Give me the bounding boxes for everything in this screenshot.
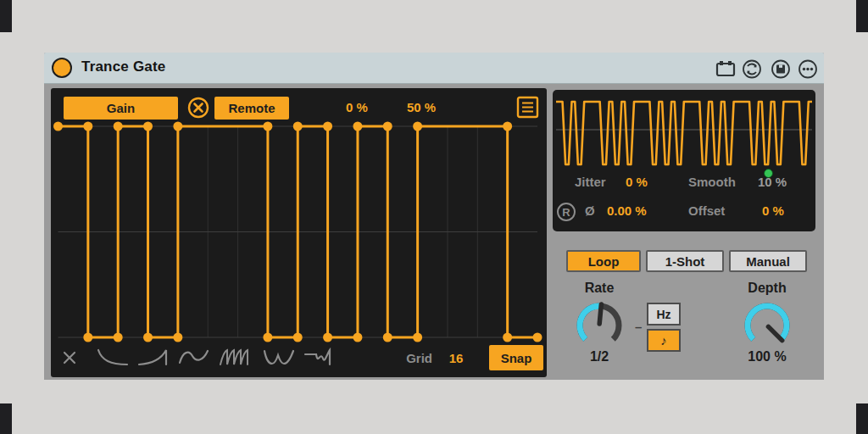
rate-knob[interactable] (572, 298, 626, 353)
depth-value[interactable]: 100 % (729, 349, 805, 364)
screen-edge-top-right (856, 0, 868, 32)
pattern-list-icon[interactable] (516, 96, 539, 119)
range-high-value[interactable]: 50 % (400, 100, 442, 114)
mode-button-loop[interactable]: Loop (566, 250, 641, 272)
clear-icon[interactable] (61, 347, 78, 369)
device-activator-toggle[interactable] (52, 58, 72, 78)
modulation-led (764, 169, 773, 178)
gate-sequencer-panel: Gain Remote 0 % 50 % (51, 88, 547, 377)
retrigger-icon[interactable]: R (557, 203, 576, 221)
rate-unit-hz-button[interactable]: Hz (647, 303, 681, 326)
device-title: Trance Gate (81, 58, 166, 75)
mode-button-one-shot[interactable]: 1-Shot (646, 250, 724, 272)
jitter-value[interactable]: 0 % (626, 175, 648, 189)
smooth-label: Smooth (688, 175, 736, 189)
jitter-label: Jitter (575, 175, 606, 189)
screen-edge-top-left (0, 0, 12, 32)
phase-value[interactable]: 0.00 % (607, 203, 647, 218)
gate-waveform-display (556, 93, 812, 171)
offset-value[interactable]: 0 % (762, 203, 784, 218)
device-title-bar: Trance Gate (44, 53, 824, 84)
remote-button[interactable]: Remote (214, 97, 289, 120)
rate-label: Rate (561, 281, 637, 296)
more-icon[interactable] (798, 59, 818, 79)
save-icon[interactable] (771, 59, 791, 79)
trance-gate-device: Trance Gate Gain (44, 53, 824, 380)
range-low-value[interactable]: 0 % (336, 100, 378, 114)
rate-unit-sync-button[interactable]: ♪ (647, 329, 681, 352)
decay-curve-icon[interactable] (95, 347, 131, 369)
screen-edge-bottom-right (856, 403, 868, 434)
device-body: Gain Remote 0 % 50 % (44, 84, 824, 380)
depth-label: Depth (729, 281, 805, 296)
gate-pattern-editor[interactable] (51, 88, 547, 377)
depth-knob[interactable] (740, 298, 794, 353)
step-wave-icon[interactable] (302, 347, 339, 369)
remove-mapping-icon[interactable] (187, 97, 209, 119)
gain-mode-button[interactable]: Gain (64, 97, 178, 120)
mode-button-manual[interactable]: Manual (729, 250, 807, 272)
screen-edge-bottom-left (0, 403, 12, 434)
rate-dash: – (635, 320, 642, 334)
double-valley-icon[interactable] (261, 347, 297, 369)
offset-label: Offset (688, 203, 725, 218)
snap-button[interactable]: Snap (489, 345, 543, 370)
rate-value[interactable]: 1/2 (561, 349, 637, 364)
rise-curve-icon[interactable] (136, 347, 171, 369)
device-icon[interactable] (715, 59, 736, 79)
grid-value[interactable]: 16 (439, 351, 473, 365)
gate-output-panel: Jitter 0 % Smooth 10 % R Ø 0.00 % Offset… (553, 90, 815, 231)
hot-swap-icon[interactable] (742, 59, 762, 79)
smooth-value[interactable]: 10 % (758, 175, 787, 189)
triple-saw-icon[interactable] (217, 347, 254, 369)
sine-curve-icon[interactable] (176, 347, 212, 369)
phase-symbol: Ø (585, 203, 595, 218)
grid-label: Grid (381, 351, 432, 365)
